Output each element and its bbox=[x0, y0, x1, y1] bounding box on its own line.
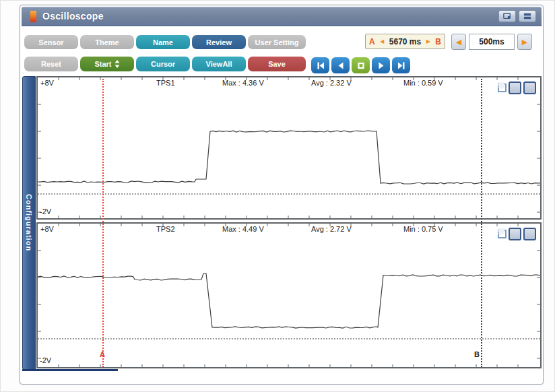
tps2-avg-readout: Avg : 2.72 V bbox=[311, 225, 352, 233]
waveform-area: +8V TPS1 Max : 4.36 V Avg : 2.32 V Min :… bbox=[36, 76, 542, 368]
name-button[interactable]: Name bbox=[136, 35, 190, 49]
tile-windows-button[interactable] bbox=[519, 10, 536, 22]
start-button[interactable]: Start bbox=[80, 57, 134, 71]
tps2-bottom-scale: -2V bbox=[40, 356, 51, 364]
play-button[interactable] bbox=[372, 57, 390, 73]
tps2-min-readout: Min : 0.75 V bbox=[403, 225, 443, 233]
skip-end-icon bbox=[397, 61, 406, 70]
start-button-label: Start bbox=[94, 60, 111, 68]
cursor-a-line[interactable] bbox=[102, 79, 104, 367]
configuration-tab[interactable]: Configuration bbox=[22, 76, 36, 370]
user-setting-button[interactable]: User Setting bbox=[248, 35, 306, 49]
tps1-max-readout: Max : 4.36 V bbox=[222, 79, 264, 87]
timebase-increase-button[interactable]: ▶ bbox=[517, 34, 532, 50]
tps1-channel-name: TPS1 bbox=[156, 79, 175, 87]
oscilloscope-window: Oscilloscope Sensor Theme Name bbox=[20, 5, 544, 385]
tps1-waveform bbox=[38, 77, 540, 218]
skip-start-icon bbox=[316, 61, 325, 70]
titlebar: Oscilloscope bbox=[22, 7, 542, 26]
tps2-max-readout: Max : 4.49 V bbox=[222, 225, 264, 233]
configuration-tab-label: Configuration bbox=[25, 194, 33, 251]
timebase-decrease-button[interactable]: ◀ bbox=[451, 34, 466, 50]
tps2-close-button[interactable] bbox=[523, 228, 536, 240]
step-back-icon bbox=[336, 61, 346, 70]
stop-button[interactable] bbox=[352, 57, 370, 73]
cascade-icon bbox=[503, 12, 511, 20]
window-title: Oscilloscope bbox=[42, 11, 104, 22]
timebase-value: 500ms bbox=[469, 34, 515, 50]
tab-underline bbox=[22, 369, 118, 371]
tps1-reference-line bbox=[38, 193, 540, 195]
stop-icon bbox=[356, 61, 366, 70]
start-spinner-icon bbox=[115, 60, 120, 68]
tps1-zoom-in-button[interactable] bbox=[509, 81, 521, 94]
tile-icon bbox=[523, 12, 531, 20]
cursor-b-line[interactable] bbox=[481, 79, 482, 367]
step-back-button[interactable] bbox=[331, 57, 350, 73]
save-button[interactable]: Save bbox=[248, 57, 306, 71]
review-button[interactable]: Review bbox=[192, 35, 246, 49]
tps1-min-readout: Min : 0.59 V bbox=[403, 79, 443, 87]
tps2-waveform bbox=[38, 224, 540, 367]
tps2-zoom-in-button[interactable] bbox=[509, 228, 521, 240]
b-right-arrow-icon[interactable]: ▶ bbox=[426, 38, 430, 44]
theme-button[interactable]: Theme bbox=[80, 35, 134, 49]
tps1-top-scale: +8V bbox=[40, 79, 54, 87]
screen: Oscilloscope Sensor Theme Name bbox=[0, 0, 555, 392]
tps1-panel: +8V TPS1 Max : 4.36 V Avg : 2.32 V Min :… bbox=[36, 76, 542, 220]
a-left-arrow-icon[interactable]: ◀ bbox=[380, 38, 384, 44]
cursor-button[interactable]: Cursor bbox=[136, 57, 190, 71]
cursor-a-label: A bbox=[100, 350, 105, 358]
sensor-button[interactable]: Sensor bbox=[24, 35, 78, 49]
play-icon bbox=[377, 61, 386, 70]
app-icon bbox=[30, 11, 36, 22]
cursor-b-tag: B bbox=[435, 37, 441, 46]
tps2-channel-name: TPS2 bbox=[156, 225, 175, 233]
viewall-button[interactable]: ViewAll bbox=[192, 57, 246, 71]
cursor-a-tag: A bbox=[369, 37, 375, 46]
skip-start-button[interactable] bbox=[311, 57, 329, 73]
tps1-avg-readout: Avg : 2.32 V bbox=[311, 79, 352, 87]
tps1-bottom-scale: -2V bbox=[40, 207, 51, 216]
ab-delta-value: 5670 ms bbox=[389, 37, 421, 46]
cascade-windows-button[interactable] bbox=[498, 10, 516, 22]
skip-end-button[interactable] bbox=[392, 57, 410, 73]
ab-time-readout: A ◀ 5670 ms ▶ B bbox=[365, 34, 445, 49]
tps2-panel: +8V TPS2 Max : 4.49 V Avg : 2.72 V Min :… bbox=[36, 222, 542, 368]
tps1-close-button[interactable] bbox=[523, 81, 536, 94]
close-icon bbox=[498, 81, 505, 89]
tps2-reference-line bbox=[38, 338, 540, 339]
tps2-top-scale: +8V bbox=[40, 225, 54, 233]
reset-button[interactable]: Reset bbox=[24, 57, 78, 71]
close-icon bbox=[498, 228, 505, 235]
cursor-b-label: B bbox=[474, 350, 480, 358]
